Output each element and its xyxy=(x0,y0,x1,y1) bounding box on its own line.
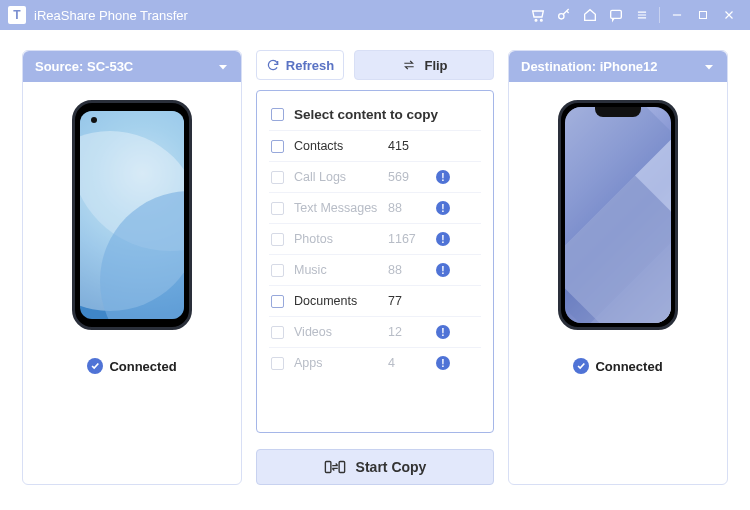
item-checkbox xyxy=(271,171,284,184)
item-label: Call Logs xyxy=(294,170,388,184)
center-column: Refresh Flip Select content to copy Cont… xyxy=(256,50,494,485)
list-item: Call Logs569! xyxy=(269,161,481,192)
warning-icon: ! xyxy=(436,356,450,370)
item-count: 4 xyxy=(388,356,428,370)
warning-icon: ! xyxy=(436,232,450,246)
list-item: Photos1167! xyxy=(269,223,481,254)
close-icon[interactable] xyxy=(718,4,740,26)
flip-button[interactable]: Flip xyxy=(354,50,494,80)
menu-icon[interactable] xyxy=(631,4,653,26)
item-label: Photos xyxy=(294,232,388,246)
destination-label: Destination: iPhone12 xyxy=(521,59,658,74)
cart-icon[interactable] xyxy=(527,4,549,26)
svg-rect-4 xyxy=(700,12,707,19)
app-title: iReaShare Phone Transfer xyxy=(34,8,188,23)
start-copy-button[interactable]: Start Copy xyxy=(256,449,494,485)
maximize-icon[interactable] xyxy=(692,4,714,26)
app-logo: T xyxy=(8,6,26,24)
feedback-icon[interactable] xyxy=(605,4,627,26)
destination-status-text: Connected xyxy=(595,359,662,374)
start-copy-label: Start Copy xyxy=(356,459,427,475)
source-device-image xyxy=(72,100,192,330)
list-item: Text Messages88! xyxy=(269,192,481,223)
warning-icon: ! xyxy=(436,263,450,277)
item-label: Apps xyxy=(294,356,388,370)
chevron-down-icon[interactable] xyxy=(703,61,715,73)
item-count: 88 xyxy=(388,201,428,215)
destination-device-image xyxy=(558,100,678,330)
warning-icon: ! xyxy=(436,201,450,215)
item-checkbox xyxy=(271,326,284,339)
list-header-label: Select content to copy xyxy=(294,107,438,122)
check-icon xyxy=(87,358,103,374)
item-count: 1167 xyxy=(388,232,428,246)
item-count: 77 xyxy=(388,294,428,308)
item-checkbox xyxy=(271,264,284,277)
svg-rect-5 xyxy=(325,462,331,473)
item-label: Text Messages xyxy=(294,201,388,215)
item-count: 12 xyxy=(388,325,428,339)
check-icon xyxy=(573,358,589,374)
titlebar-divider xyxy=(659,7,660,23)
chevron-down-icon[interactable] xyxy=(217,61,229,73)
svg-rect-6 xyxy=(339,462,345,473)
source-panel: Source: SC-53C Connected xyxy=(22,50,242,485)
item-checkbox[interactable] xyxy=(271,140,284,153)
item-label: Music xyxy=(294,263,388,277)
destination-status: Connected xyxy=(573,358,662,374)
item-label: Documents xyxy=(294,294,388,308)
item-checkbox xyxy=(271,357,284,370)
list-item[interactable]: Contacts415 xyxy=(269,130,481,161)
minimize-icon[interactable] xyxy=(666,4,688,26)
source-status-text: Connected xyxy=(109,359,176,374)
main-area: Source: SC-53C Connected xyxy=(0,30,750,510)
item-checkbox[interactable] xyxy=(271,295,284,308)
destination-header[interactable]: Destination: iPhone12 xyxy=(509,51,727,82)
transfer-icon xyxy=(324,458,346,476)
item-count: 569 xyxy=(388,170,428,184)
item-label: Contacts xyxy=(294,139,388,153)
list-header: Select content to copy xyxy=(269,101,481,130)
select-all-checkbox[interactable] xyxy=(271,108,284,121)
source-status: Connected xyxy=(87,358,176,374)
swap-icon xyxy=(400,58,418,72)
item-checkbox xyxy=(271,233,284,246)
warning-icon: ! xyxy=(436,170,450,184)
list-item: Apps4! xyxy=(269,347,481,378)
home-icon[interactable] xyxy=(579,4,601,26)
refresh-icon xyxy=(266,58,280,72)
svg-point-0 xyxy=(535,19,537,21)
titlebar: T iReaShare Phone Transfer xyxy=(0,0,750,30)
svg-rect-3 xyxy=(611,10,622,18)
item-checkbox xyxy=(271,202,284,215)
item-count: 88 xyxy=(388,263,428,277)
key-icon[interactable] xyxy=(553,4,575,26)
content-list: Select content to copy Contacts415Call L… xyxy=(256,90,494,433)
svg-point-2 xyxy=(559,14,564,19)
svg-point-1 xyxy=(540,19,542,21)
item-count: 415 xyxy=(388,139,428,153)
list-item[interactable]: Documents77 xyxy=(269,285,481,316)
refresh-button[interactable]: Refresh xyxy=(256,50,344,80)
flip-label: Flip xyxy=(424,58,447,73)
source-header[interactable]: Source: SC-53C xyxy=(23,51,241,82)
warning-icon: ! xyxy=(436,325,450,339)
item-label: Videos xyxy=(294,325,388,339)
destination-panel: Destination: iPhone12 Connected xyxy=(508,50,728,485)
refresh-label: Refresh xyxy=(286,58,334,73)
source-label: Source: SC-53C xyxy=(35,59,133,74)
list-item: Videos12! xyxy=(269,316,481,347)
list-item: Music88! xyxy=(269,254,481,285)
